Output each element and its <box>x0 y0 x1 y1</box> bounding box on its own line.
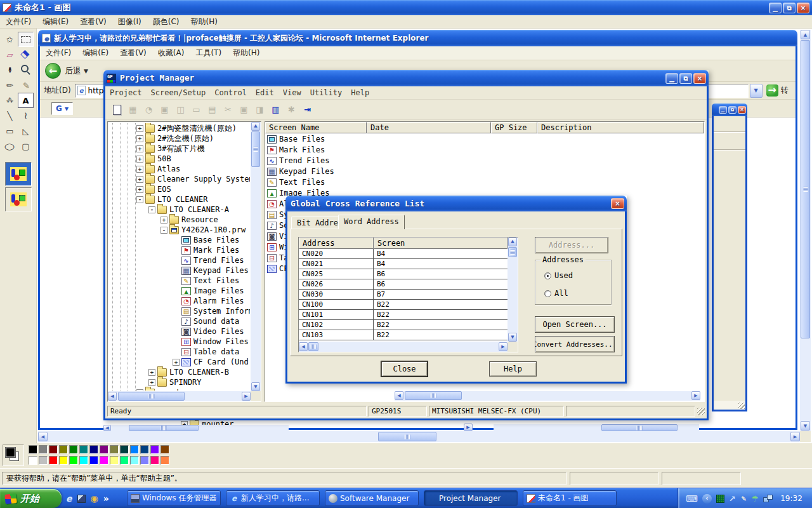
canvas-vertical-scrollbar[interactable]: ▲ ▼ <box>800 30 811 431</box>
tree-item[interactable]: Image Files <box>108 286 250 296</box>
ellipse-icon[interactable] <box>2 138 18 154</box>
expander-icon[interactable]: - <box>160 227 167 234</box>
table-row[interactable]: CN102 B22 <box>299 320 508 330</box>
column-header[interactable]: Address <box>299 237 374 249</box>
tree-item[interactable]: Base Files <box>108 235 250 245</box>
list-item[interactable]: Trend Files <box>265 156 704 166</box>
color-swatch[interactable] <box>160 456 169 465</box>
start-button[interactable]: 开始 <box>0 489 62 508</box>
expander-icon[interactable]: + <box>136 125 143 132</box>
tree-item[interactable]: - Y4262A-1R0.prw <box>108 225 250 235</box>
transfer-icon[interactable] <box>299 102 315 117</box>
umbrella-icon[interactable] <box>752 494 759 504</box>
list-item[interactable]: Mark Files <box>265 145 704 156</box>
tree-item[interactable]: Keypad Files <box>108 265 250 276</box>
maximize-button[interactable]: ⧉ <box>679 73 692 84</box>
rectangle-icon[interactable] <box>2 123 18 138</box>
google-search-dropdown[interactable]: G ▾ <box>51 102 73 115</box>
convert-addresses-button[interactable]: Convert Addresses... <box>535 336 615 352</box>
close-button[interactable]: × <box>797 3 809 13</box>
tab-word-address[interactable]: Word Address <box>338 215 405 229</box>
expander-icon[interactable]: + <box>136 176 143 183</box>
close-dialog-button[interactable]: Close <box>381 361 428 377</box>
open-screen-button[interactable]: Open Screen... <box>535 316 615 333</box>
color-swatch[interactable] <box>140 445 149 454</box>
list-item[interactable]: Base Files <box>265 134 704 145</box>
tree-item[interactable]: + CF Card (Und <box>108 357 250 367</box>
canvas-horizontal-scrollbar[interactable]: ◀ ▶ <box>38 431 800 442</box>
screen-list-icon[interactable] <box>125 102 141 117</box>
rounded-rectangle-icon[interactable] <box>18 138 34 154</box>
color-swatch[interactable] <box>69 445 78 454</box>
tree-vertical-scrollbar[interactable]: ▲ ▼ <box>251 122 261 391</box>
eyedropper-icon[interactable] <box>2 62 18 77</box>
radio-all[interactable]: All <box>544 289 568 298</box>
pencil-icon[interactable] <box>2 77 18 93</box>
expander-icon[interactable]: + <box>148 379 155 386</box>
table-row[interactable]: CN021 B4 <box>299 259 508 269</box>
table-row[interactable]: CN103 B22 <box>299 330 508 340</box>
ie-titlebar[interactable]: e 新人学习中，请路过的兄弟帮忙看看！|proface触摸屏 - 工控人家园论坛… <box>38 30 797 46</box>
address-dropdown-icon[interactable]: ▼ <box>750 84 763 98</box>
chevron-icon[interactable] <box>103 493 109 504</box>
color-swatch[interactable] <box>29 445 37 454</box>
table-row[interactable]: CN020 B4 <box>299 249 508 259</box>
paste-icon[interactable] <box>252 102 268 117</box>
ie-menu-item[interactable]: 查看(V) <box>114 46 152 60</box>
dialog-titlebar[interactable]: Global Cross Reference List × <box>285 196 627 211</box>
table-row[interactable]: CN026 B6 <box>299 279 508 290</box>
expander-icon[interactable]: + <box>136 389 143 391</box>
expander-icon[interactable]: + <box>136 156 143 163</box>
ie-menu-item[interactable]: 收藏(A) <box>152 46 190 60</box>
close-button[interactable]: × <box>611 198 624 209</box>
tree-item[interactable]: Table data <box>108 347 250 357</box>
expander-icon[interactable]: + <box>136 145 143 152</box>
restore-button[interactable]: ⧉ <box>728 106 737 114</box>
color-swatch[interactable] <box>89 445 98 454</box>
airbrush-icon[interactable] <box>2 93 18 108</box>
tree-item[interactable]: System Information <box>108 306 250 316</box>
paint-menu-item[interactable]: 编辑(E) <box>37 15 74 29</box>
collapse-icon[interactable] <box>702 494 712 504</box>
copy-icon[interactable] <box>236 102 252 117</box>
color-swatch[interactable] <box>29 456 37 465</box>
tree-item[interactable]: + Cleaner Supply System <box>108 174 250 184</box>
brush-icon[interactable] <box>18 77 34 93</box>
tree-item[interactable]: Mark Files <box>108 245 250 255</box>
alarm-editor-icon[interactable] <box>141 102 157 117</box>
color-swatch[interactable] <box>49 445 58 454</box>
tree-item[interactable]: Trend Files <box>108 255 250 265</box>
table-row[interactable]: CN025 B6 <box>299 269 508 279</box>
paint-titlebar[interactable]: 未命名1 - 画图 ▁ ⧉ × <box>0 0 812 15</box>
app-gold-icon[interactable] <box>91 493 98 504</box>
color-swatch[interactable] <box>160 445 169 454</box>
taskbar-button[interactable]: Project Manager <box>424 490 518 506</box>
preview-icon[interactable] <box>188 102 204 117</box>
tree-item[interactable]: + SPINDRY <box>108 377 250 387</box>
cut-icon[interactable] <box>220 102 236 117</box>
network-icon[interactable] <box>763 495 773 502</box>
paint-menu-item[interactable]: 颜色(C) <box>147 15 185 29</box>
color-swatch[interactable] <box>120 456 129 465</box>
pm-menu-item[interactable]: Screen/Setup <box>147 87 211 98</box>
app-blue-icon[interactable] <box>77 495 86 503</box>
tree-item[interactable]: + 2#洗盒機(原始) <box>108 133 250 144</box>
tree-item[interactable]: Video Files <box>108 326 250 337</box>
list-item[interactable]: Keypad Files <box>265 166 704 177</box>
pm-menu-item[interactable]: Project <box>105 87 147 98</box>
tree-item[interactable]: Window Files <box>108 337 250 347</box>
back-dropdown-icon[interactable]: ▼ <box>84 68 88 74</box>
color-swatch[interactable] <box>79 445 88 454</box>
table-horizontal-scrollbar[interactable]: ◀ ▶ <box>299 342 508 352</box>
radio-used[interactable]: Used <box>544 271 573 280</box>
close-button[interactable]: × <box>738 106 746 114</box>
tree-item[interactable]: + LTO CLEANER-B <box>108 367 250 377</box>
back-icon[interactable]: ← <box>45 63 61 79</box>
color-swatch[interactable] <box>39 445 48 454</box>
expander-icon[interactable]: - <box>148 206 155 213</box>
pm-menu-item[interactable]: Control <box>210 87 251 98</box>
minimize-button[interactable]: ▁ <box>719 106 727 114</box>
expander-icon[interactable]: + <box>173 359 180 366</box>
color-swatch[interactable] <box>49 456 58 465</box>
color-swatch[interactable] <box>110 445 119 454</box>
